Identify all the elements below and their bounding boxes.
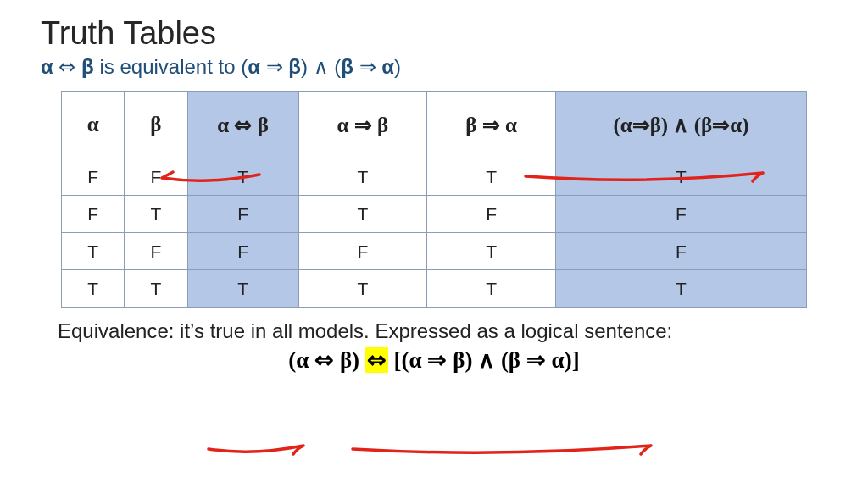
cell: F (555, 196, 806, 233)
cell: T (555, 270, 806, 308)
table-header-row: α β α ⇔ β α ⇒ β β ⇒ α (α⇒β) ∧ (β⇒α) (62, 92, 807, 158)
cell: F (125, 158, 187, 196)
table-row: F F T T T T (62, 158, 807, 196)
sym-iff: ⇔ (58, 55, 75, 78)
cell: T (555, 158, 806, 196)
formula-right: [(α ⇒ β) ∧ (β ⇒ α)] (394, 347, 580, 373)
truth-table: α β α ⇔ β α ⇒ β β ⇒ α (α⇒β) ∧ (β⇒α) F F … (61, 91, 807, 308)
sym-imp: ⇒ (266, 55, 283, 78)
table-row: T F F F T F (62, 233, 807, 270)
cell: F (555, 233, 806, 270)
cell: F (125, 233, 187, 270)
cell: T (427, 158, 556, 196)
cell: T (62, 233, 125, 270)
cell: T (125, 270, 187, 308)
col-alpha: α (62, 92, 125, 158)
underline-formula-left-icon (202, 441, 312, 459)
sym-alpha3: α (381, 55, 394, 78)
sym-alpha: α (41, 55, 53, 78)
col-imp-ab: α ⇒ β (298, 92, 427, 158)
underline-formula-right-icon (346, 441, 659, 459)
sym-and: ∧ (314, 55, 329, 78)
equivalence-text: Equivalence: it’s true in all models. Ex… (58, 319, 827, 343)
cell: T (298, 158, 427, 196)
col-beta: β (125, 92, 187, 158)
cell: F (187, 233, 298, 270)
cell: T (298, 196, 427, 233)
subtitle-text: is equivalent to (99, 55, 241, 78)
cell: F (62, 158, 125, 196)
cell: T (187, 270, 298, 308)
cell: T (298, 270, 427, 308)
sym-alpha2: α (248, 55, 260, 78)
subtitle: α ⇔ β is equivalent to (α ⇒ β) ∧ (β ⇒ α) (41, 55, 827, 79)
sym-beta2: β (288, 55, 301, 78)
table-row: T T T T T T (62, 270, 807, 308)
sym-rp2: ) (394, 55, 401, 78)
page-title: Truth Tables (41, 15, 827, 52)
sym-beta3: β (341, 55, 353, 78)
cell: F (187, 196, 298, 233)
col-conj: (α⇒β) ∧ (β⇒α) (555, 92, 806, 158)
sym-imp2: ⇒ (359, 55, 376, 78)
cell: T (187, 158, 298, 196)
sym-rp: ) (301, 55, 308, 78)
equivalence-formula: (α ⇔ β) ⇔ [(α ⇒ β) ∧ (β ⇒ α)] (41, 347, 827, 374)
sym-beta: β (81, 55, 94, 78)
cell: T (125, 196, 187, 233)
formula-iff-highlight: ⇔ (365, 347, 388, 373)
formula-left: (α ⇔ β) (288, 347, 359, 373)
cell: T (427, 233, 556, 270)
col-imp-ba: β ⇒ α (427, 92, 556, 158)
cell: F (427, 196, 556, 233)
col-iff: α ⇔ β (187, 92, 298, 158)
cell: T (427, 270, 556, 308)
table-row: F T F T F F (62, 196, 807, 233)
cell: F (298, 233, 427, 270)
cell: F (62, 196, 125, 233)
cell: T (62, 270, 125, 308)
